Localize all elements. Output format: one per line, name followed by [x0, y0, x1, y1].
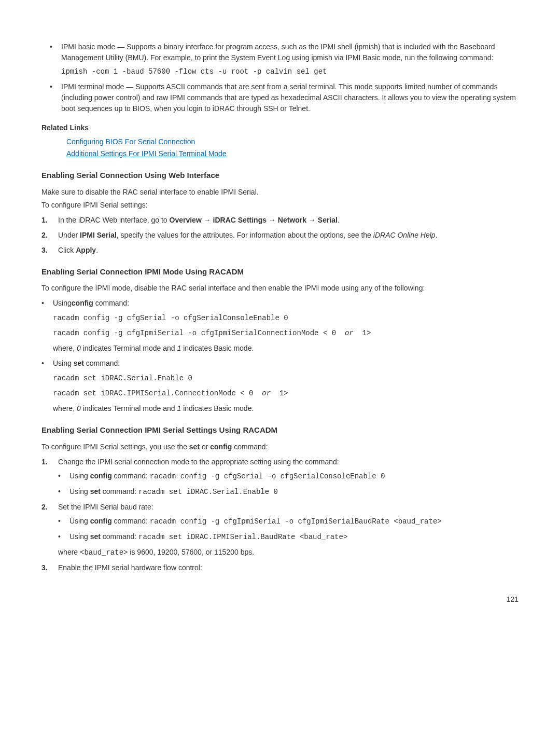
related-link[interactable]: Configuring BIOS For Serial Connection [66, 137, 195, 146]
related-links-heading: Related Links [41, 122, 519, 133]
text: indicates Basic mode. [181, 344, 254, 352]
text: Using [69, 472, 90, 480]
text: → [306, 216, 318, 224]
bold: set [74, 359, 84, 367]
text: Using [53, 299, 72, 307]
text: . [436, 231, 438, 239]
bullet-item: IPMI terminal mode — Supports ASCII comm… [50, 81, 519, 114]
text: where, 0 indicates Terminal mode and 1 i… [53, 343, 519, 354]
text: . [96, 246, 98, 254]
text: Change the IPMI serial connection mode t… [58, 458, 339, 466]
text: Click [58, 246, 76, 254]
code: 1> [271, 389, 288, 397]
bold: Serial [318, 216, 338, 224]
text: . [338, 216, 340, 224]
bullet-item: Usingconfig command: racadm config -g cf… [41, 298, 519, 354]
text: indicates Terminal mode and [81, 344, 177, 352]
code: racadm set iDRAC.IPMISerial.BaudRate <ba… [138, 533, 347, 541]
code-italic: or [262, 389, 271, 397]
bullet-item: Using set command: racadm set iDRAC.Seri… [58, 486, 519, 498]
bullet-text: IPMI basic mode — Supports a binary inte… [61, 43, 495, 62]
list-item: 2. Set the IPMI Serial baud rate: Using … [41, 502, 519, 558]
section-paragraph: Make sure to disable the RAC serial inte… [41, 187, 519, 198]
bullet-item: Using set command: racadm set iDRAC.Seri… [41, 358, 519, 414]
code: <baud_rate> [80, 548, 128, 557]
italic: iDRAC Online Help [373, 231, 436, 239]
code: racadm config -g cfgIpmiSerial -o cfgIpm… [150, 517, 442, 526]
text: → [202, 216, 213, 224]
italic: 0 [77, 404, 81, 412]
bullet-item: Using config command: racadm config -g c… [58, 516, 519, 527]
list-item: 1. In the iDRAC Web interface, go to Ove… [41, 215, 519, 226]
section-heading: Enabling Serial Connection IPMI Mode Usi… [41, 266, 519, 278]
code: racadm config -g cfgIpmiSerial -o cfgIpm… [53, 329, 345, 337]
code-block: racadm config -g cfgIpmiSerial -o cfgIpm… [53, 328, 519, 339]
bullet-list: Usingconfig command: racadm config -g cf… [41, 298, 519, 414]
code-block: racadm set iDRAC.Serial.Enable 0 [53, 373, 519, 384]
related-links-block: Configuring BIOS For Serial Connection A… [41, 136, 519, 159]
bold: iDRAC Settings [213, 216, 267, 224]
list-item: 3. Click Apply. [41, 245, 519, 256]
text: Under [58, 231, 80, 239]
code-block: racadm set iDRAC.IPMISerial.ConnectionMo… [53, 388, 519, 399]
section-paragraph: To configure IPMI Serial settings, you u… [41, 442, 519, 452]
text: Using [69, 532, 90, 541]
bullet-text: IPMI terminal mode — Supports ASCII comm… [61, 82, 516, 113]
bold: Apply [76, 246, 96, 254]
sub-bullet-list: Using config command: racadm config -g c… [58, 516, 519, 543]
text: → [267, 216, 278, 224]
text: indicates Terminal mode and [81, 404, 177, 412]
list-item: 1. Change the IPMI serial connection mod… [41, 457, 519, 498]
text: Set the IPMI Serial baud rate: [58, 503, 153, 511]
text: where <baud_rate> is 9600, 19200, 57600,… [58, 547, 519, 558]
section-heading: Enabling Serial Connection Using Web Int… [41, 170, 519, 182]
code-block: ipmish -com 1 -baud 57600 -flow cts -u r… [61, 66, 519, 77]
bold: config [210, 443, 232, 451]
code: racadm set iDRAC.IPMISerial.ConnectionMo… [53, 389, 262, 397]
text: Using [69, 487, 90, 495]
text: command: [101, 487, 138, 495]
text: where, [53, 344, 77, 352]
text: command: [93, 299, 129, 307]
text: Using [69, 517, 90, 525]
related-link[interactable]: Additional Settings For IPMI Serial Term… [66, 149, 227, 158]
code-block: racadm config -g cfgSerial -o cfgSerialC… [53, 313, 519, 324]
text: , specify the values for the attributes.… [117, 231, 373, 239]
text: Enable the IPMI serial hardware flow con… [58, 563, 202, 572]
code: racadm config -g cfgSerial -o cfgSerialC… [150, 472, 385, 480]
ordered-list: 1. Change the IPMI serial connection mod… [41, 457, 519, 573]
bold: config [72, 299, 93, 307]
bullet-item: Using config command: racadm config -g c… [58, 471, 519, 482]
text: Using [53, 359, 74, 367]
bold: Network [278, 216, 306, 224]
text: command: [101, 532, 138, 541]
bullet-item: Using set command: racadm set iDRAC.IPMI… [58, 531, 519, 543]
text: command: [112, 517, 150, 525]
code-italic: or [345, 329, 354, 337]
text: where [58, 548, 80, 556]
top-bullet-list: IPMI basic mode — Supports a binary inte… [41, 42, 519, 114]
bold: set [90, 487, 101, 495]
text: where, 0 indicates Terminal mode and 1 i… [53, 403, 519, 414]
section-heading: Enabling Serial Connection IPMI Serial S… [41, 424, 519, 436]
bold: set [189, 443, 200, 451]
sub-bullet-list: Using config command: racadm config -g c… [58, 471, 519, 498]
code: 1> [354, 329, 371, 337]
text: command: [112, 472, 150, 480]
bold: IPMI Serial [80, 231, 117, 239]
text: or [200, 443, 210, 451]
list-item: 2. Under IPMI Serial, specify the values… [41, 230, 519, 241]
text: To configure IPMI Serial settings, you u… [41, 443, 189, 451]
page-number: 121 [41, 594, 519, 605]
text: command: [84, 359, 120, 367]
text: In the iDRAC Web interface, go to [58, 216, 170, 224]
code: racadm set iDRAC.Serial.Enable 0 [138, 488, 278, 496]
section-paragraph: To configure the IPMI mode, disable the … [41, 283, 519, 294]
bold: set [90, 532, 101, 541]
bold: Overview [170, 216, 202, 224]
text: command: [232, 443, 268, 451]
list-item: 3. Enable the IPMI serial hardware flow … [41, 562, 519, 573]
bullet-item: IPMI basic mode — Supports a binary inte… [50, 42, 519, 77]
text: is 9600, 19200, 57600, or 115200 bps. [128, 548, 254, 556]
bold: config [90, 517, 112, 525]
